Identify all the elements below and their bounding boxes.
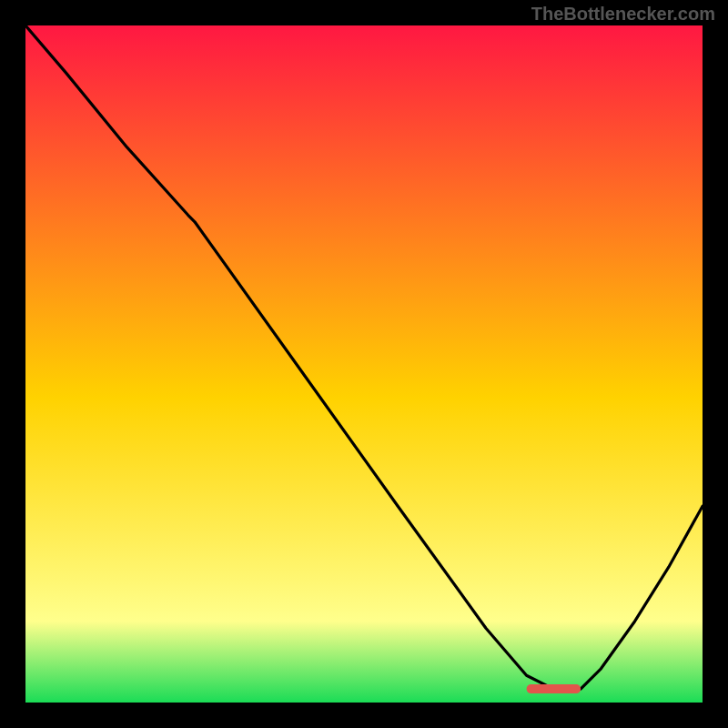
plot-background [25, 25, 703, 703]
watermark-text: TheBottlenecker.com [531, 4, 715, 25]
chart-svg [25, 25, 703, 703]
chart-container [25, 25, 703, 703]
optimal-zone-marker [527, 684, 581, 693]
